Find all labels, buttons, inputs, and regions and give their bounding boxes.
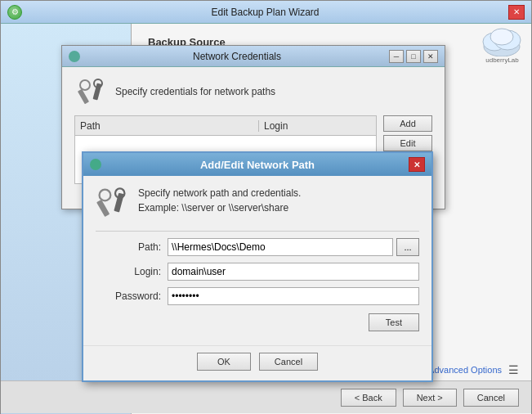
wizard-title: Edit Backup Plan Wizard — [22, 7, 508, 18]
ae-titlebar: Add/Edit Network Path ✕ — [83, 153, 431, 176]
wizard-footer: < Back Next > Cancel — [1, 380, 531, 413]
nc-minimize-button[interactable]: ─ — [389, 50, 404, 63]
svg-point-5 — [80, 80, 90, 90]
nc-title: Network Credentials — [85, 51, 389, 62]
cloud-logo-icon — [480, 24, 525, 56]
svg-rect-4 — [77, 89, 88, 105]
nc-close-button[interactable]: ✕ — [423, 50, 438, 63]
login-input[interactable] — [168, 263, 419, 281]
ae-tools-icon — [96, 186, 128, 218]
nc-table-header: Path Login — [74, 115, 377, 135]
path-row: Path: ... — [104, 238, 419, 256]
test-button[interactable]: Test — [369, 313, 419, 331]
password-input[interactable] — [168, 287, 419, 305]
add-edit-dialog: Add/Edit Network Path ✕ Specify network … — [82, 151, 433, 382]
nc-icon — [69, 51, 80, 62]
password-input-wrapper — [168, 287, 419, 305]
svg-point-9 — [100, 190, 111, 201]
advanced-options-link[interactable]: Advanced Options — [428, 365, 502, 375]
ae-icon — [90, 159, 101, 170]
next-button[interactable]: Next > — [403, 389, 457, 407]
ae-desc-line2: Example: \\server or \\server\share — [138, 200, 301, 215]
divider — [96, 231, 419, 232]
path-input[interactable] — [168, 238, 393, 256]
cancel-button[interactable]: Cancel — [463, 389, 519, 407]
wizard-titlebar: Edit Backup Plan Wizard ✕ — [1, 1, 531, 24]
login-row: Login: — [104, 263, 419, 281]
advanced-options-area: Advanced Options ☰ — [428, 363, 519, 376]
login-label: Login: — [104, 266, 161, 277]
nc-col-login-header: Login — [259, 120, 376, 132]
browse-button[interactable]: ... — [396, 238, 419, 256]
nc-header-row: Specify credentials for network paths — [74, 77, 432, 106]
path-label: Path: — [104, 241, 161, 253]
ae-content: Specify network path and credentials. Ex… — [83, 176, 431, 345]
ae-header-row: Specify network path and credentials. Ex… — [96, 186, 419, 218]
svg-point-3 — [490, 29, 513, 45]
nc-titlebar: Network Credentials ─ □ ✕ — [62, 46, 445, 67]
branding-text: udberryLab — [485, 56, 518, 65]
test-row: Test — [96, 313, 419, 331]
ae-form: Path: ... Login: Password: — [104, 238, 419, 305]
branding-area: udberryLab — [480, 24, 525, 65]
password-label: Password: — [104, 290, 161, 302]
ae-footer: OK Cancel — [83, 345, 431, 380]
nc-add-button[interactable]: Add — [383, 115, 432, 132]
back-button[interactable]: < Back — [341, 389, 396, 407]
ae-desc: Specify network path and credentials. Ex… — [138, 186, 301, 215]
ae-ok-button[interactable]: OK — [197, 353, 251, 371]
ae-desc-line1: Specify network path and credentials. — [138, 186, 301, 200]
nc-col-path-header: Path — [75, 120, 259, 132]
menu-icon[interactable]: ☰ — [508, 363, 519, 376]
wizard-icon — [7, 5, 22, 20]
svg-rect-8 — [96, 200, 110, 217]
nc-maximize-button[interactable]: □ — [406, 50, 421, 63]
nc-tools-icon — [74, 77, 107, 106]
ae-close-button[interactable]: ✕ — [409, 157, 425, 172]
ae-cancel-button[interactable]: Cancel — [259, 353, 318, 371]
tools-svg-icon — [77, 77, 105, 106]
nc-controls: ─ □ ✕ — [389, 50, 438, 63]
ae-tools-svg-icon — [96, 186, 128, 218]
nc-edit-button[interactable]: Edit — [383, 135, 432, 151]
wizard-close-button[interactable]: ✕ — [508, 5, 525, 20]
path-input-wrapper: ... — [168, 238, 419, 256]
nc-desc-label: Specify credentials for network paths — [115, 86, 275, 97]
login-input-wrapper — [168, 263, 419, 281]
ae-title: Add/Edit Network Path — [106, 159, 409, 171]
password-row: Password: — [104, 287, 419, 305]
